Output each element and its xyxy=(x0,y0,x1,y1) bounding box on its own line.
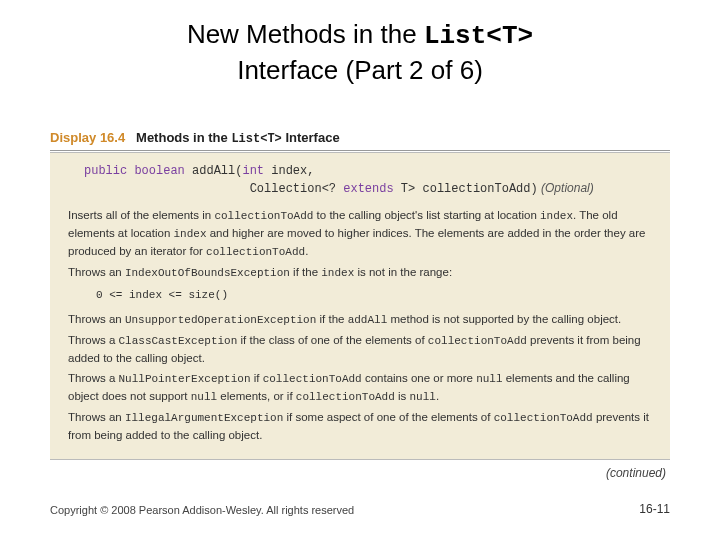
para-insert: Inserts all of the elements in collectio… xyxy=(68,207,652,261)
method-signature: public boolean addAll(int index, Collect… xyxy=(68,163,652,199)
display-caption-code: List<T> xyxy=(231,132,281,146)
slide-title: New Methods in the List<T> Interface (Pa… xyxy=(0,18,720,88)
para-ioobe: Throws an IndexOutOfBoundsException if t… xyxy=(68,264,652,282)
display-caption-after: Interface xyxy=(282,130,340,145)
rule-top-1 xyxy=(50,150,670,151)
para-iae: Throws an IllegalArgumentException if so… xyxy=(68,409,652,444)
rule-bottom xyxy=(50,459,670,460)
display-box: Display 16.4 Methods in the List<T> Inte… xyxy=(50,130,670,480)
method-panel: public boolean addAll(int index, Collect… xyxy=(50,153,670,459)
continued-label: (continued) xyxy=(50,466,670,480)
title-prefix: New Methods in the xyxy=(187,19,424,49)
display-caption-before: Methods in the xyxy=(136,130,231,145)
para-cce: Throws a ClassCastException if the class… xyxy=(68,332,652,367)
display-header: Display 16.4 Methods in the List<T> Inte… xyxy=(50,130,670,150)
display-number: 16.4 xyxy=(100,130,125,145)
range-expression: 0 <= index <= size() xyxy=(96,288,652,304)
para-npe: Throws a NullPointerException if collect… xyxy=(68,370,652,406)
para-uoe: Throws an UnsupportedOperationException … xyxy=(68,311,652,329)
title-suffix: Interface (Part 2 of 6) xyxy=(237,55,483,85)
page-number: 16-11 xyxy=(639,502,670,516)
title-code: List<T> xyxy=(424,21,533,51)
display-label: Display xyxy=(50,130,96,145)
copyright: Copyright © 2008 Pearson Addison-Wesley.… xyxy=(50,504,354,516)
